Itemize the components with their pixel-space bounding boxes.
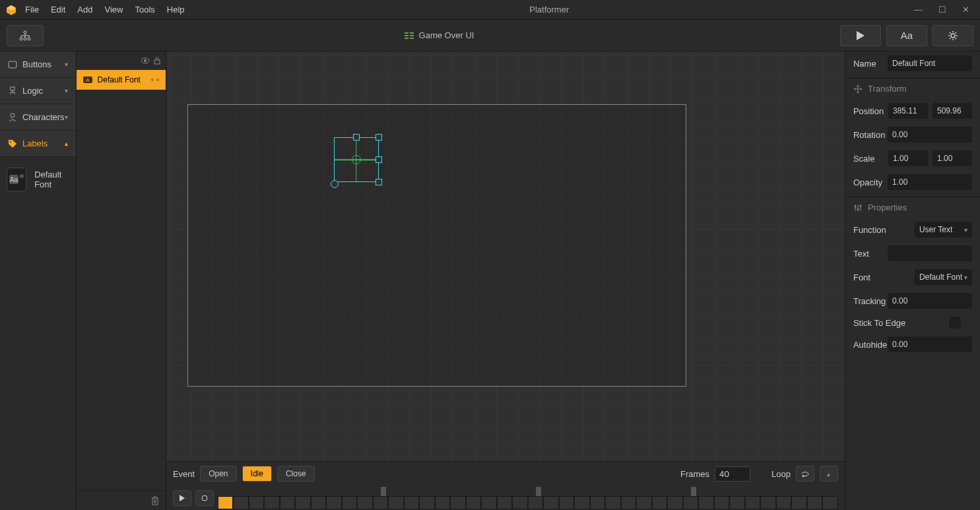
autohide-input[interactable] (888, 336, 972, 352)
menu-tools[interactable]: Tools (135, 5, 154, 15)
frame-cell[interactable] (683, 496, 699, 509)
resize-handle-se[interactable] (376, 179, 382, 185)
frame-cell[interactable] (636, 496, 652, 509)
event-open-button[interactable]: Open (200, 466, 236, 482)
chevron-down-icon: ▾ (964, 274, 967, 281)
frame-cell[interactable] (404, 496, 420, 509)
frame-cell[interactable] (652, 496, 668, 509)
frame-cell[interactable] (357, 496, 373, 509)
pivot-point[interactable] (352, 155, 361, 164)
scene-breadcrumb[interactable]: Game Over UI (44, 30, 835, 40)
frame-cell[interactable] (605, 496, 621, 509)
frame-cell[interactable] (233, 496, 249, 509)
frame-cell[interactable] (388, 496, 404, 509)
frame-cell[interactable] (280, 496, 296, 509)
frame-cell[interactable] (559, 496, 575, 509)
minimize-button[interactable]: — (914, 5, 923, 15)
frame-cell[interactable] (791, 496, 807, 509)
frame-cell[interactable] (218, 496, 234, 509)
name-input[interactable] (888, 55, 972, 71)
scale-y-input[interactable] (932, 150, 972, 166)
menu-file[interactable]: File (25, 5, 39, 15)
frame-cell[interactable] (590, 496, 606, 509)
menu-view[interactable]: View (105, 5, 123, 15)
position-x-input[interactable] (888, 103, 928, 119)
font-preview-button[interactable]: Aa (886, 25, 927, 46)
sidebar-item-logic[interactable]: Logic ▾ (0, 78, 76, 104)
position-y-input[interactable] (932, 103, 972, 119)
outline-item-default-font[interactable]: A Default Font (77, 70, 166, 90)
collapse-button[interactable]: ▴ (820, 466, 838, 482)
svg-rect-23 (154, 60, 160, 64)
resize-handle-n[interactable] (353, 134, 360, 141)
trash-icon[interactable] (151, 496, 159, 505)
event-idle-button[interactable]: Idle (242, 466, 272, 482)
frame-cell[interactable] (543, 496, 559, 509)
frame-cell[interactable] (512, 496, 528, 509)
rotation-input[interactable] (888, 127, 972, 143)
close-button[interactable]: ✕ (962, 5, 969, 15)
hierarchy-button[interactable] (7, 25, 44, 46)
settings-button[interactable] (932, 25, 973, 46)
anchor-point[interactable] (331, 180, 339, 188)
frame-cell[interactable] (466, 496, 482, 509)
loop-button[interactable] (796, 466, 814, 482)
transform-section-header[interactable]: Transform (845, 78, 980, 99)
visibility-icon[interactable] (141, 57, 150, 64)
tracking-input[interactable] (888, 293, 972, 309)
stick-to-edge-checkbox[interactable] (949, 317, 961, 329)
scale-x-input[interactable] (888, 150, 928, 166)
frame-cell[interactable] (729, 496, 745, 509)
timeline-record-button[interactable] (195, 490, 214, 506)
resize-handle-ne[interactable] (376, 134, 382, 141)
frame-cell[interactable] (714, 496, 730, 509)
frame-cell[interactable] (419, 496, 435, 509)
frames-track[interactable]: 0 10 20 30 (218, 487, 838, 509)
menu-add[interactable]: Add (77, 5, 92, 15)
frame-cell[interactable] (481, 496, 497, 509)
canvas-viewport[interactable] (166, 51, 845, 461)
menu-edit[interactable]: Edit (51, 5, 65, 15)
properties-section-header[interactable]: Properties (845, 197, 980, 218)
sidebar-item-characters[interactable]: Characters ▾ (0, 104, 76, 131)
resize-handle-e[interactable] (376, 156, 382, 163)
frame-cell[interactable] (698, 496, 714, 509)
frame-cell[interactable] (807, 496, 823, 509)
asset-default-font[interactable]: Aa Default Font (7, 168, 69, 191)
frame-cell[interactable] (667, 496, 683, 509)
svg-rect-7 (405, 35, 408, 36)
frame-cell[interactable] (264, 496, 280, 509)
sidebar-item-buttons[interactable]: Buttons ▾ (0, 51, 76, 78)
frame-cell[interactable] (342, 496, 358, 509)
menu-help[interactable]: Help (167, 5, 185, 15)
svg-point-20 (20, 174, 24, 178)
timeline-play-button[interactable] (173, 490, 191, 506)
opacity-input[interactable] (888, 174, 972, 190)
frame-cell[interactable] (776, 496, 792, 509)
frame-cell[interactable] (621, 496, 637, 509)
text-input[interactable] (888, 245, 972, 261)
frame-cell[interactable] (574, 496, 590, 509)
play-button[interactable] (840, 25, 881, 46)
frame-cell[interactable] (760, 496, 776, 509)
frame-cell[interactable] (450, 496, 466, 509)
frame-cell[interactable] (326, 496, 342, 509)
lock-icon[interactable] (154, 57, 160, 65)
frame-cell[interactable] (497, 496, 513, 509)
sidebar-item-labels[interactable]: Labels ▴ (0, 131, 76, 157)
frame-cell[interactable] (295, 496, 311, 509)
selection-box[interactable] (334, 137, 379, 182)
frames-input[interactable] (715, 466, 750, 482)
frame-cell[interactable] (528, 496, 544, 509)
maximize-button[interactable]: ☐ (938, 5, 946, 15)
function-select[interactable]: User Text▾ (915, 222, 972, 238)
frame-cell[interactable] (311, 496, 327, 509)
frame-cell[interactable] (435, 496, 451, 509)
event-close-button[interactable]: Close (277, 466, 315, 482)
frame-cell[interactable] (822, 496, 838, 509)
sidebar-label: Logic (22, 86, 65, 96)
font-select[interactable]: Default Font▾ (915, 269, 972, 285)
frame-cell[interactable] (249, 496, 265, 509)
frame-cell[interactable] (373, 496, 389, 509)
frame-cell[interactable] (745, 496, 761, 509)
